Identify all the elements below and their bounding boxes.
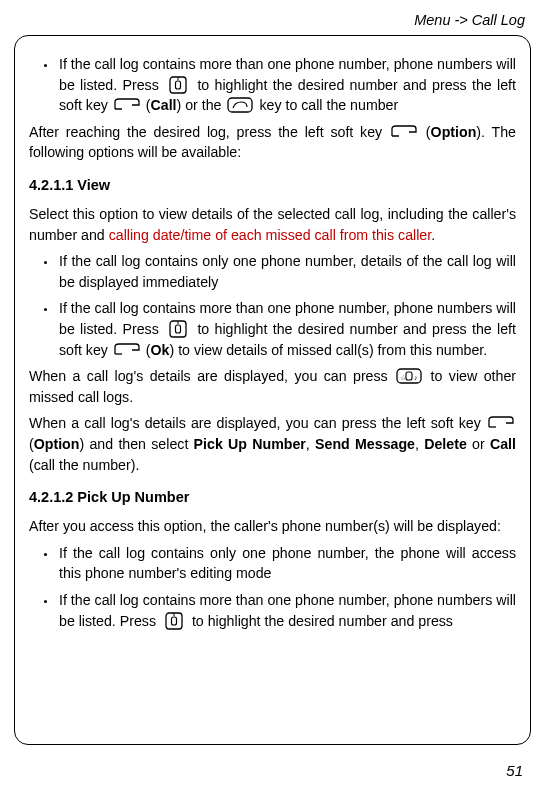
paragraph: Select this option to view details of th…	[29, 204, 516, 245]
svg-rect-1	[176, 81, 181, 89]
text: ) and then select	[79, 436, 193, 452]
nav-key-icon	[164, 75, 192, 95]
text: ) to view details of missed call(s) from…	[169, 342, 487, 358]
list-item: If the call log contains more than one p…	[57, 590, 516, 631]
text: After you access this option, the caller…	[29, 518, 501, 534]
text: (call the number).	[29, 457, 139, 473]
call-label: Call	[151, 97, 177, 113]
svg-text:☆: ☆	[400, 374, 406, 381]
ok-label: Ok	[151, 342, 170, 358]
nav-key-icon	[160, 611, 188, 631]
text: .	[431, 227, 435, 243]
list-item: If the call log contains more than one p…	[57, 54, 516, 116]
left-softkey-icon	[389, 122, 419, 142]
text: When a call log's details are displayed,…	[29, 415, 481, 431]
left-softkey-icon	[112, 340, 142, 360]
option-label: Option	[34, 436, 80, 452]
svg-rect-7	[176, 325, 181, 333]
svg-rect-4	[228, 98, 252, 112]
list-item: If the call log contains only one phone …	[57, 251, 516, 292]
nav-key-icon	[164, 319, 192, 339]
pickup-label: Pick Up Number	[194, 436, 306, 452]
nav-key-wide-icon: ☆♪	[394, 366, 424, 386]
delete-label: Delete	[424, 436, 467, 452]
paragraph: After reaching the desired log, press th…	[29, 122, 516, 163]
svg-rect-11	[406, 372, 412, 380]
call-key-icon	[225, 95, 255, 115]
text: If the call log contains only one phone …	[59, 545, 516, 582]
paragraph: When a call log's details are displayed,…	[29, 366, 516, 407]
left-softkey-icon	[112, 95, 142, 115]
text: If the call log contains only one phone …	[59, 253, 516, 290]
left-softkey-icon	[486, 413, 516, 433]
svg-text:♪: ♪	[414, 374, 418, 381]
list-item: If the call log contains only one phone …	[57, 543, 516, 584]
paragraph: After you access this option, the caller…	[29, 516, 516, 537]
section-heading-pickup: 4.2.1.2 Pick Up Number	[29, 487, 516, 508]
text: or	[467, 436, 490, 452]
text: When a call log's details are displayed,…	[29, 368, 388, 384]
text: ) or the	[177, 97, 222, 113]
text: ,	[306, 436, 315, 452]
page-number: 51	[506, 760, 523, 782]
svg-rect-16	[171, 617, 176, 625]
text: to highlight the desired number and pres…	[192, 613, 453, 629]
content-frame: If the call log contains more than one p…	[14, 35, 531, 745]
highlighted-text: calling date/time of each missed call fr…	[109, 227, 432, 243]
list-item: If the call log contains more than one p…	[57, 298, 516, 360]
text: ,	[415, 436, 424, 452]
breadcrumb: Menu -> Call Log	[14, 8, 531, 35]
sendmsg-label: Send Message	[315, 436, 415, 452]
text: After reaching the desired log, press th…	[29, 124, 382, 140]
section-heading-view: 4.2.1.1 View	[29, 175, 516, 196]
text: key to call the number	[259, 97, 398, 113]
call-label: Call	[490, 436, 516, 452]
option-label: Option	[431, 124, 477, 140]
paragraph: When a call log's details are displayed,…	[29, 413, 516, 475]
